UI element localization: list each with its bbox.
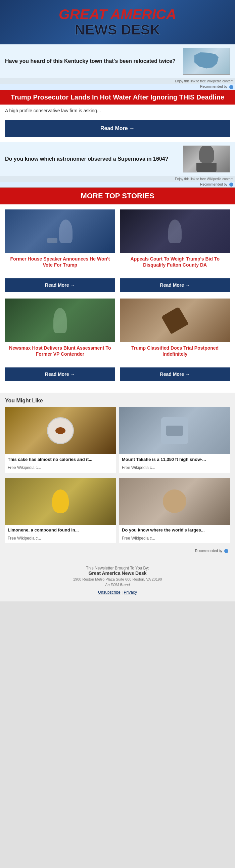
wiki-card-1-title: This cake has almost no calories and it.…: [5, 454, 116, 465]
ad2-recommended: Recommended by: [0, 182, 235, 187]
rec-icon-2: [229, 183, 233, 187]
wiki-img-world: [119, 478, 230, 525]
wiki-card-1[interactable]: This cake has almost no calories and it.…: [5, 407, 116, 473]
story-row-2: Newsmax Host Delivers Blunt Assessment T…: [5, 299, 230, 381]
trump-silhouette-1: [59, 219, 72, 243]
footer-brought: This Newsletter Brought To You By:: [7, 566, 228, 570]
gavel-icon: [161, 307, 189, 334]
wiki-img-snow: [119, 407, 230, 454]
story-img-4: [120, 299, 230, 342]
story-card-3: Newsmax Host Delivers Blunt Assessment T…: [5, 299, 115, 381]
wiki-recommended: Recommended by: [5, 548, 230, 554]
stories-grid: Former House Speaker Announces He Won't …: [0, 205, 235, 393]
wiki-card-2[interactable]: Mount Takahe is a 11,350 ft high snow-..…: [119, 407, 230, 473]
wiki-card-4[interactable]: Do you know where the world's larges... …: [119, 478, 230, 543]
privacy-link[interactable]: Privacy: [124, 590, 137, 595]
you-might-like-title: You Might Like: [5, 398, 230, 404]
ad1-recommended: Recommended by: [0, 84, 235, 89]
wiki-card-3-subtext: Free Wikipedia c...: [5, 536, 116, 543]
spacer-2: [120, 272, 230, 278]
rec-icon: [229, 85, 233, 89]
footer-edm: An EDM Brand: [7, 583, 228, 587]
ad-banner-2[interactable]: Do you know which astronomer observed a …: [0, 142, 235, 188]
main-article-headline: Trump Prosecutor Lands In Hot Water Afte…: [5, 93, 230, 101]
rec-icon-3: [224, 549, 228, 553]
story-img-1: [5, 210, 115, 253]
food-icon: [56, 427, 65, 434]
astronomer-head: [199, 146, 214, 163]
story-title-3: Newsmax Host Delivers Blunt Assessment T…: [5, 342, 115, 361]
wiki-img-cake: [5, 407, 116, 454]
footer-brand: Great America News Desk: [7, 570, 228, 576]
wiki-card-4-subtext: Free Wikipedia c...: [119, 536, 230, 543]
main-article-subtext: A high profile conservative law firm is …: [0, 104, 235, 117]
wiki-row-1: This cake has almost no calories and it.…: [5, 407, 230, 473]
header-line1: Great America: [7, 7, 228, 22]
you-might-like-section: You Might Like This cake has almost no c…: [0, 393, 235, 559]
story-read-more-2[interactable]: Read More →: [120, 278, 230, 292]
more-stories-title: MORE TOP STORIES: [4, 192, 231, 200]
story-img-2: [120, 210, 230, 253]
podium-icon: [47, 238, 58, 243]
article-headline-bg: Trump Prosecutor Lands In Hot Water Afte…: [0, 90, 235, 104]
lemon-icon: [52, 490, 69, 513]
astronomer-body: [196, 163, 216, 173]
spacer-3: [5, 361, 115, 367]
main-read-more-button[interactable]: Read More →: [5, 120, 230, 137]
snow-icon: [161, 417, 188, 444]
story-read-more-1[interactable]: Read More →: [5, 278, 115, 292]
trump-silhouette-2: [168, 219, 181, 243]
footer: This Newsletter Brought To You By: Great…: [0, 559, 235, 601]
wiki-card-2-title: Mount Takahe is a 11,350 ft high snow-..…: [119, 454, 230, 465]
wiki-card-2-subtext: Free Wikipedia c...: [119, 465, 230, 473]
wiki-row-2: Limonene, a compound found in... Free Wi…: [5, 478, 230, 543]
ad-banner-1[interactable]: Have you heard of this Kentucky town tha…: [0, 44, 235, 90]
ad2-text: Do you know which astronomer observed a …: [5, 156, 183, 162]
wiki-card-3[interactable]: Limonene, a compound found in... Free Wi…: [5, 478, 116, 543]
spacer-4: [120, 361, 230, 367]
main-article-section: Trump Prosecutor Lands In Hot Water Afte…: [0, 90, 235, 142]
story-card-4: Trump Classified Docs Trial Postponed In…: [120, 299, 230, 381]
header-line2: News Desk: [7, 22, 228, 38]
email-container: Great America News Desk Have you heard o…: [0, 0, 235, 601]
story-card-1: Former House Speaker Announces He Won't …: [5, 210, 115, 292]
story-img-3: [5, 299, 115, 342]
wiki-card-4-title: Do you know where the world's larges...: [119, 525, 230, 536]
snow-shape: [166, 426, 183, 436]
footer-pipe: |: [121, 590, 124, 595]
footer-links: Unsubscribe | Privacy: [7, 590, 228, 595]
read-more-container: Read More →: [0, 117, 235, 142]
story-row-1: Former House Speaker Announces He Won't …: [5, 210, 230, 292]
wiki-card-3-title: Limonene, a compound found in...: [5, 525, 116, 536]
spacer-1: [5, 272, 115, 278]
map-icon: [191, 51, 222, 71]
story-card-2: Appeals Court To Weigh Trump's Bid To Di…: [120, 210, 230, 292]
story-read-more-3[interactable]: Read More →: [5, 367, 115, 381]
ad1-footer: Enjoy this link to free Wikipedia conten…: [0, 78, 235, 84]
story-title-1: Former House Speaker Announces He Won't …: [5, 253, 115, 272]
ad1-text: Have you heard of this Kentucky town tha…: [5, 58, 183, 64]
ad1-image: [183, 48, 230, 74]
ad2-footer: Enjoy this link to free Wikipedia conten…: [0, 176, 235, 182]
plate-icon: [47, 417, 74, 444]
header-title: Great America News Desk: [7, 7, 228, 38]
header: Great America News Desk: [0, 0, 235, 44]
wiki-card-1-subtext: Free Wikipedia c...: [5, 465, 116, 473]
newsmax-silhouette: [54, 308, 67, 333]
story-read-more-4[interactable]: Read More →: [120, 367, 230, 381]
wiki-img-lemon: [5, 478, 116, 525]
unsubscribe-link[interactable]: Unsubscribe: [98, 590, 121, 595]
footer-address: 1900 Reston Metro Plaza Suite 600 Reston…: [7, 577, 228, 581]
more-stories-header: MORE TOP STORIES: [0, 188, 235, 205]
story-title-4: Trump Classified Docs Trial Postponed In…: [120, 342, 230, 361]
world-icon: [163, 490, 186, 513]
story-title-2: Appeals Court To Weigh Trump's Bid To Di…: [120, 253, 230, 272]
ad2-image: [183, 146, 230, 173]
